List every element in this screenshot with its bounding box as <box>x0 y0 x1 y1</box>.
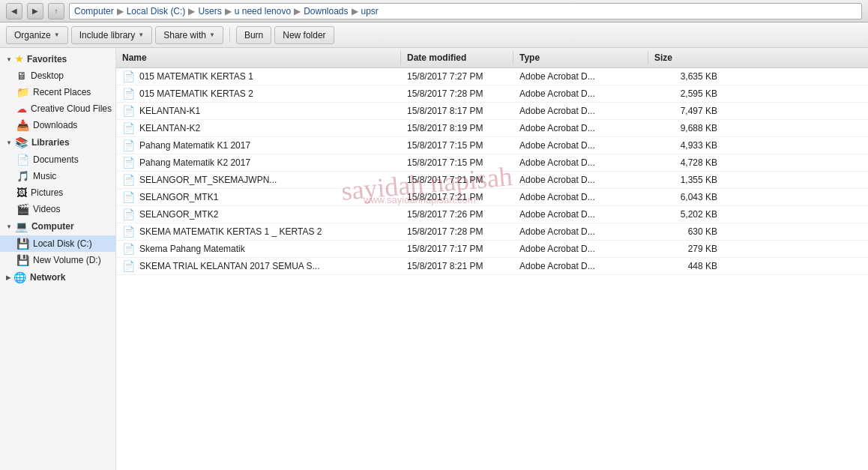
music-icon: 🎵 <box>16 170 29 182</box>
sidebar-item-local-disk[interactable]: 💾 Local Disk (C:) <box>0 235 115 252</box>
table-row[interactable]: 📄SELANGOR_MTK215/8/2017 7:26 PMAdobe Acr… <box>116 206 868 223</box>
file-type-cell: Adobe Acrobat D... <box>513 206 648 223</box>
sidebar-item-desktop[interactable]: 🖥 Desktop <box>0 67 115 84</box>
burn-button[interactable]: Burn <box>236 26 271 44</box>
file-list-container[interactable]: sayidah napisah www.sayidahnapisah.com N… <box>116 48 868 470</box>
new-folder-button[interactable]: New folder <box>274 26 334 44</box>
videos-icon: 🎬 <box>16 203 29 215</box>
file-name-cell: 📄Skema Pahang Matematik <box>116 241 401 257</box>
breadcrumb-upsr[interactable]: upsr <box>361 6 379 16</box>
breadcrumb-user[interactable]: u need lenovo <box>235 6 291 16</box>
table-row[interactable]: 📄SELANGOR_MTK115/8/2017 7:21 PMAdobe Acr… <box>116 189 868 206</box>
col-header-name[interactable]: Name <box>116 51 401 64</box>
file-size-cell: 4,933 KB <box>648 137 723 154</box>
sidebar-item-new-volume[interactable]: 💾 New Volume (D:) <box>0 252 115 268</box>
back-button[interactable]: ◀ <box>6 3 22 19</box>
favorites-star-icon: ★ <box>15 54 23 64</box>
table-row[interactable]: 📄SKEMA MATEMATIK KERTAS 1 _ KERTAS 215/8… <box>116 223 868 241</box>
file-type-cell: Adobe Acrobat D... <box>513 172 648 188</box>
table-row[interactable]: 📄SELANGOR_MT_SKEMAJWPN...15/8/2017 7:21 … <box>116 172 868 189</box>
file-date-cell: 15/8/2017 7:28 PM <box>401 223 513 240</box>
file-name-cell: 📄SELANGOR_MTK1 <box>116 189 401 205</box>
sidebar-item-music[interactable]: 🎵 Music <box>0 168 115 184</box>
file-size-cell: 1,355 KB <box>648 172 723 188</box>
libraries-icon: 📚 <box>15 136 28 148</box>
documents-icon: 📄 <box>16 154 29 166</box>
creative-cloud-icon: ☁ <box>16 103 27 115</box>
file-size-cell: 3,635 KB <box>648 68 723 85</box>
table-row[interactable]: 📄Skema Pahang Matematik15/8/2017 7:17 PM… <box>116 241 868 258</box>
file-name-cell: 📄SELANGOR_MT_SKEMAJWPN... <box>116 172 401 188</box>
title-bar: ◀ ▶ ↑ Computer ▶ Local Disk (C:) ▶ Users… <box>0 0 868 22</box>
breadcrumb-bar[interactable]: Computer ▶ Local Disk (C:) ▶ Users ▶ u n… <box>69 3 862 19</box>
main-layout: ▼ ★ Favorites 🖥 Desktop 📁 Recent Places … <box>0 48 868 470</box>
file-size-cell: 5,202 KB <box>648 206 723 223</box>
pdf-icon: 📄 <box>122 226 135 238</box>
file-type-cell: Adobe Acrobat D... <box>513 137 648 154</box>
sidebar-item-creative-cloud[interactable]: ☁ Creative Cloud Files <box>0 100 115 117</box>
organize-button[interactable]: Organize ▼ <box>6 26 68 44</box>
sidebar-item-videos[interactable]: 🎬 Videos <box>0 201 115 217</box>
file-size-cell: 6,043 KB <box>648 189 723 205</box>
sidebar-network-header[interactable]: ▶ 🌐 Network <box>0 268 115 286</box>
col-header-date[interactable]: Date modified <box>401 51 513 64</box>
file-type-cell: Adobe Acrobat D... <box>513 120 648 136</box>
share-with-dropdown-arrow: ▼ <box>209 31 215 38</box>
file-size-cell: 2,595 KB <box>648 85 723 102</box>
sidebar-item-documents[interactable]: 📄 Documents <box>0 151 115 168</box>
file-type-cell: Adobe Acrobat D... <box>513 258 648 274</box>
table-row[interactable]: 📄KELANTAN-K115/8/2017 8:17 PMAdobe Acrob… <box>116 103 868 120</box>
breadcrumb-users[interactable]: Users <box>198 6 221 16</box>
recent-icon: 📁 <box>16 86 29 98</box>
pdf-icon: 📄 <box>122 174 135 186</box>
file-type-cell: Adobe Acrobat D... <box>513 223 648 240</box>
pdf-icon: 📄 <box>122 70 135 82</box>
file-date-cell: 15/8/2017 7:27 PM <box>401 68 513 85</box>
table-row[interactable]: 📄KELANTAN-K215/8/2017 8:19 PMAdobe Acrob… <box>116 120 868 137</box>
file-name-cell: 📄015 MATEMATIK KERTAS 1 <box>116 68 401 85</box>
file-date-cell: 15/8/2017 8:19 PM <box>401 120 513 136</box>
file-size-cell: 7,497 KB <box>648 103 723 119</box>
file-size-cell: 279 KB <box>648 241 723 257</box>
sidebar-item-downloads[interactable]: 📥 Downloads <box>0 117 115 133</box>
sidebar-favorites-header[interactable]: ▼ ★ Favorites <box>0 51 115 67</box>
include-library-dropdown-arrow: ▼ <box>138 31 144 38</box>
sidebar-computer-header[interactable]: ▼ 💻 Computer <box>0 217 115 235</box>
new-volume-icon: 💾 <box>16 254 29 266</box>
pictures-icon: 🖼 <box>16 187 27 199</box>
table-row[interactable]: 📄015 MATEMATIK KERTAS 115/8/2017 7:27 PM… <box>116 68 868 85</box>
file-date-cell: 15/8/2017 7:15 PM <box>401 154 513 171</box>
desktop-icon: 🖥 <box>16 70 27 82</box>
toolbar-separator <box>229 28 230 43</box>
table-row[interactable]: 📄015 MATEMATIK KERTAS 215/8/2017 7:28 PM… <box>116 85 868 103</box>
breadcrumb-computer[interactable]: Computer <box>74 6 114 16</box>
file-rows: 📄015 MATEMATIK KERTAS 115/8/2017 7:27 PM… <box>116 68 868 275</box>
include-library-button[interactable]: Include library ▼ <box>71 26 153 44</box>
network-triangle: ▶ <box>6 274 10 281</box>
file-date-cell: 15/8/2017 7:21 PM <box>401 172 513 188</box>
file-name-cell: 📄SELANGOR_MTK2 <box>116 206 401 223</box>
computer-triangle: ▼ <box>6 223 12 230</box>
pdf-icon: 📄 <box>122 122 135 134</box>
table-row[interactable]: 📄Pahang Matematik K2 201715/8/2017 7:15 … <box>116 154 868 172</box>
breadcrumb-localdisk[interactable]: Local Disk (C:) <box>127 6 186 16</box>
sidebar-item-recent[interactable]: 📁 Recent Places <box>0 84 115 100</box>
table-row[interactable]: 📄SKEMA TRIAL KELANTAN 2017 SEMUA S...15/… <box>116 258 868 275</box>
forward-button[interactable]: ▶ <box>27 3 43 19</box>
table-row[interactable]: 📄Pahang Matematik K1 201715/8/2017 7:15 … <box>116 137 868 154</box>
file-size-cell: 4,728 KB <box>648 154 723 171</box>
file-name-cell: 📄SKEMA MATEMATIK KERTAS 1 _ KERTAS 2 <box>116 223 401 240</box>
pdf-icon: 📄 <box>122 243 135 255</box>
col-header-type[interactable]: Type <box>513 51 648 64</box>
libraries-triangle: ▼ <box>6 139 12 146</box>
share-with-button[interactable]: Share with ▼ <box>155 26 223 44</box>
sidebar-item-pictures[interactable]: 🖼 Pictures <box>0 184 115 201</box>
sidebar-libraries-header[interactable]: ▼ 📚 Libraries <box>0 133 115 151</box>
computer-icon: 💻 <box>15 220 28 232</box>
breadcrumb-downloads[interactable]: Downloads <box>304 6 348 16</box>
file-name-cell: 📄Pahang Matematik K1 2017 <box>116 137 401 154</box>
col-header-size[interactable]: Size <box>648 51 723 64</box>
pdf-icon: 📄 <box>122 157 135 169</box>
up-button[interactable]: ↑ <box>48 3 64 19</box>
file-date-cell: 15/8/2017 7:21 PM <box>401 189 513 205</box>
